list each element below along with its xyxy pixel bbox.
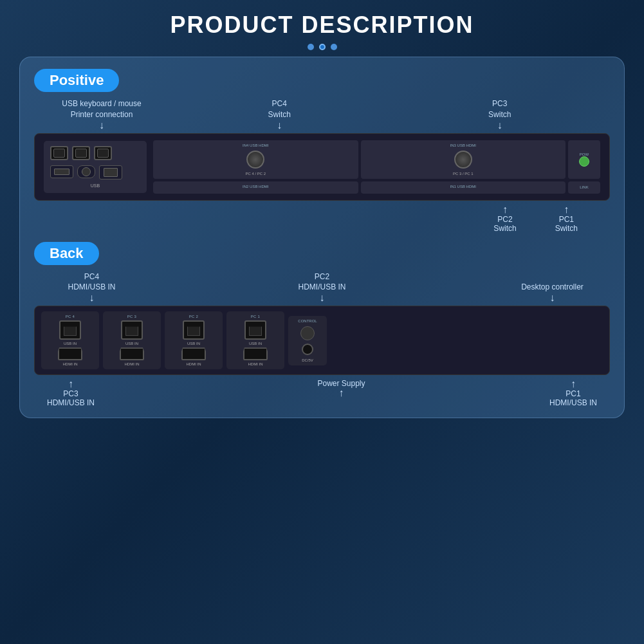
switch-btn-pc4[interactable] bbox=[246, 151, 264, 169]
pc3-pc1-label: PC 3 / PC 1 bbox=[453, 172, 474, 176]
back-bottom-labels: ↑ PC3HDMI/USB IN Power Supply ↑ ↑ PC1HDM… bbox=[34, 378, 610, 407]
pc4-switch-label: PC4Switch ↓ bbox=[169, 98, 390, 131]
keyboard-icon bbox=[50, 165, 73, 178]
usb-label: USB keyboard / mousePrinter connection ↓ bbox=[34, 98, 169, 131]
back-pc2-label: PC2HDMI/USB IN ↓ bbox=[264, 271, 380, 304]
dc-label: DC/5V bbox=[302, 358, 313, 362]
below-device-labels: ↑ PC2Switch ↑ PC1Switch bbox=[34, 205, 610, 233]
positive-badge: Positive bbox=[34, 69, 119, 92]
kvm-front-device: USB IN4 USB HDMI PC 4 / PC 2 IN3 USB HDM… bbox=[34, 133, 610, 201]
pc2-back-label: PC 2 bbox=[189, 315, 199, 318]
pc4-pc2-label: PC 4 / PC 2 bbox=[245, 172, 266, 176]
pc1-back-label: PC 1 bbox=[251, 315, 261, 318]
pagination-dots[interactable] bbox=[0, 44, 644, 50]
pow-label: POW bbox=[580, 152, 589, 156]
switch-btn-pc3[interactable] bbox=[454, 151, 472, 169]
in4-label: IN4 USB HDMI bbox=[243, 143, 268, 147]
hdmi-in-pc1: HDMI IN bbox=[248, 362, 263, 366]
usb-b-pc2 bbox=[183, 320, 205, 340]
link-label: LINK bbox=[580, 185, 588, 189]
printer-icon bbox=[99, 165, 122, 179]
main-card: Positive USB keyboard / mousePrinter con… bbox=[19, 57, 625, 418]
back-section: Back PC4HDMI/USB IN ↓ PC2HDMI/USB IN ↓ D… bbox=[34, 242, 610, 408]
control-block: CONTROL DC/5V bbox=[288, 316, 327, 365]
back-port-pc4: PC 4 USB IN HDMI IN bbox=[41, 311, 99, 369]
pc3-switch-label: PC3Switch ↓ bbox=[390, 98, 611, 131]
usb-b-pc4 bbox=[59, 320, 81, 340]
hdmi-pc2 bbox=[181, 347, 206, 360]
usb-in-pc2: USB IN bbox=[187, 342, 200, 345]
hdmi-pc4 bbox=[58, 347, 82, 360]
hdmi-in-pc2: HDMI IN bbox=[187, 362, 201, 366]
usb-port-a bbox=[50, 146, 68, 160]
positive-section: Positive USB keyboard / mousePrinter con… bbox=[34, 69, 610, 233]
mouse-icon bbox=[77, 165, 95, 178]
back-desktop-label: Desktop controller ↓ bbox=[495, 282, 610, 303]
switch-cell-in4: IN4 USB HDMI PC 4 / PC 2 bbox=[153, 140, 358, 179]
in3-label: IN3 USB HDMI bbox=[450, 143, 476, 147]
usb-in-pc4: USB IN bbox=[64, 342, 77, 345]
dc-port bbox=[302, 344, 313, 355]
back-badge: Back bbox=[34, 242, 99, 265]
dot-3[interactable] bbox=[331, 44, 337, 50]
hdmi-in-pc4: HDMI IN bbox=[63, 362, 78, 366]
switch-cell-in2: IN2 USB HDMI bbox=[153, 181, 358, 194]
dot-2[interactable] bbox=[319, 44, 326, 50]
usb-b-pc3 bbox=[121, 320, 143, 340]
usb-port-c bbox=[94, 146, 112, 160]
pc4-back-label: PC 4 bbox=[66, 315, 75, 318]
power-supply-label: Power Supply ↑ bbox=[317, 379, 365, 407]
pc3-back-label: PC 3 bbox=[127, 315, 137, 318]
pc1-switch-label: ↑ PC1Switch bbox=[555, 205, 578, 233]
device-icons-row bbox=[50, 165, 140, 179]
back-pc3-bottom-label: ↑ PC3HDMI/USB IN bbox=[47, 379, 95, 407]
usb-ports-block: USB bbox=[44, 141, 147, 193]
dot-1[interactable] bbox=[308, 44, 314, 50]
hdmi-in-pc3: HDMI IN bbox=[125, 362, 140, 366]
switch-cell-in1: IN1 USB HDMI bbox=[361, 181, 566, 194]
switch-cell-in3: IN3 USB HDMI PC 3 / PC 1 bbox=[361, 140, 566, 179]
pow-cell: POW bbox=[568, 140, 600, 179]
back-port-pc2: PC 2 USB IN HDMI IN bbox=[165, 311, 223, 369]
usb-bottom-label: USB bbox=[50, 183, 140, 188]
back-port-pc1: PC 1 USB IN HDMI IN bbox=[226, 311, 284, 369]
back-pc1-bottom-label: ↑ PC1HDMI/USB IN bbox=[549, 379, 597, 407]
switch-grid: IN4 USB HDMI PC 4 / PC 2 IN3 USB HDMI PC… bbox=[153, 140, 600, 194]
usb-port-b bbox=[72, 146, 90, 160]
page-title: PRODUCT DESCRIPTION bbox=[0, 0, 644, 44]
hdmi-pc1 bbox=[243, 347, 268, 360]
pow-indicator bbox=[579, 156, 589, 167]
back-pc4-label: PC4HDMI/USB IN ↓ bbox=[34, 271, 149, 304]
usb-port-row-1 bbox=[50, 146, 140, 160]
control-label: CONTROL bbox=[298, 319, 317, 323]
control-button[interactable] bbox=[300, 326, 315, 340]
back-port-pc3: PC 3 USB IN HDMI IN bbox=[103, 311, 161, 369]
in2-label: IN2 USB HDMI bbox=[243, 185, 268, 189]
pc2-switch-label: ↑ PC2Switch bbox=[493, 205, 516, 233]
usb-in-pc3: USB IN bbox=[125, 342, 138, 345]
back-top-labels: PC4HDMI/USB IN ↓ PC2HDMI/USB IN ↓ Deskto… bbox=[34, 271, 610, 304]
kvm-back-device: PC 4 USB IN HDMI IN PC 3 USB IN HDMI IN … bbox=[34, 306, 610, 375]
usb-in-pc1: USB IN bbox=[249, 342, 262, 345]
usb-b-pc1 bbox=[244, 320, 266, 340]
in1-label: IN1 USB HDMI bbox=[450, 185, 476, 189]
link-cell: LINK bbox=[568, 181, 600, 194]
hdmi-pc3 bbox=[120, 347, 144, 360]
